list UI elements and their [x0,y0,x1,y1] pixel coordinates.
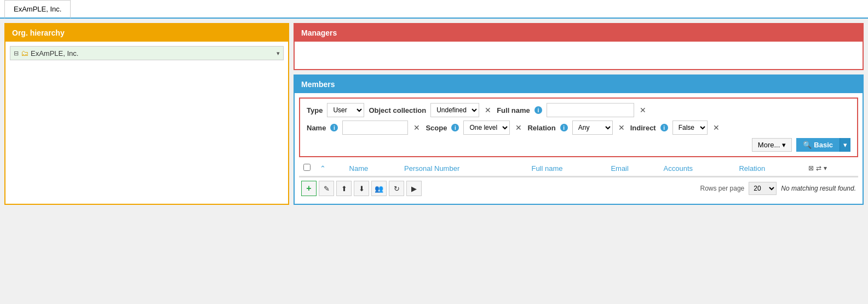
relation-select[interactable]: Any Direct Indirect [572,121,613,135]
add-button[interactable]: + [301,181,317,196]
sort-up-icon[interactable]: ⌃ [320,164,326,173]
managers-body [295,42,863,69]
col-more-icon[interactable]: ▾ [824,164,827,172]
th-name-label: Name [349,164,369,173]
members-table-wrapper: ⌃ Name Personal Number Full name [299,160,858,177]
full-name-input[interactable] [547,103,634,117]
org-hierarchy-body: ⊟ 🗂 ExAmPLE, Inc. ▾ [5,42,288,65]
th-personal-number: Personal Number [400,160,527,176]
indirect-info-icon[interactable]: i [660,124,668,131]
th-email: Email [606,160,659,176]
relation-clear-btn[interactable]: ✕ [617,123,626,132]
managers-section: Managers [294,23,864,70]
left-panel: Org. hierarchy ⊟ 🗂 ExAmPLE, Inc. ▾ [4,23,289,205]
object-collection-clear-btn[interactable]: ✕ [484,106,492,114]
members-header: Members [295,76,863,93]
rows-per-page-label: Rows per page [700,185,745,192]
th-accounts-label: Accounts [664,164,693,173]
search-dropdown-button[interactable]: ▾ [840,138,850,152]
object-collection-label: Object collection [369,106,426,114]
tree-arrow-icon[interactable]: ▾ [277,50,280,57]
type-label: Type [307,106,323,114]
filter-actions: More... ▾ 🔍 Basic ▾ [307,138,850,152]
th-relation: Relation [734,160,803,176]
th-checkbox [299,160,315,176]
full-name-clear-btn[interactable]: ✕ [639,106,647,114]
name-input[interactable] [342,121,408,135]
full-name-label: Full name [497,106,530,114]
scope-info-icon[interactable]: i [451,124,459,131]
scope-select[interactable]: One level All levels [463,121,510,135]
th-accounts: Accounts [659,160,735,176]
tree-row-left: ⊟ 🗂 ExAmPLE, Inc. [14,49,78,58]
download-button[interactable]: ⬇ [354,181,369,196]
th-full-name: Full name [527,160,606,176]
filter-row-2: Name i ✕ Scope i One level All levels ✕ … [307,121,850,135]
search-label: Basic [814,141,833,149]
more-button[interactable]: More... ▾ [752,138,792,152]
rows-per-page-select[interactable]: 5 10 20 50 100 [749,182,777,195]
play-button[interactable]: ▶ [406,181,422,196]
indirect-select[interactable]: False True [672,121,708,135]
tree-node-label: ExAmPLE, Inc. [31,49,78,58]
name-clear-btn[interactable]: ✕ [412,123,421,132]
folder-icon: 🗂 [21,49,28,58]
more-label: More... [758,141,780,149]
th-sort: ⌃ [315,160,345,176]
col-filter-icon[interactable]: ⊠ [808,164,814,172]
managers-header: Managers [295,24,863,42]
table-toolbar: + ✎ ⬆ ⬇ 👥 ↻ ▶ Rows per page 5 10 20 [299,177,858,199]
scope-label: Scope [426,124,447,132]
table-header-row: ⌃ Name Personal Number Full name [299,160,858,176]
tree-row: ⊟ 🗂 ExAmPLE, Inc. ▾ [10,46,284,60]
th-name[interactable]: Name [345,160,400,176]
filter-container: Type User Role Group Object collection U… [299,97,858,157]
indirect-label: Indirect [630,124,656,132]
tab-example-inc[interactable]: ExAmPLE, Inc. [4,0,71,19]
tab-bar: ExAmPLE, Inc. [0,0,868,19]
th-personal-number-label: Personal Number [404,164,459,173]
collapse-icon[interactable]: ⊟ [14,50,19,57]
members-section: Members Type User Role Group Object coll… [294,74,864,205]
object-collection-select[interactable]: Undefined All [430,103,479,117]
group-button[interactable]: 👥 [371,181,387,196]
right-panel: Managers Members Type User Role Group [294,23,864,205]
org-hierarchy-header: Org. hierarchy [5,24,288,42]
toolbar-right: Rows per page 5 10 20 50 100 No matching… [700,182,856,195]
th-email-label: Email [611,164,629,173]
more-chevron-icon: ▾ [782,141,786,149]
search-btn-group: 🔍 Basic ▾ [796,138,850,152]
col-icon-group: ⊠ ⇄ ▾ [808,164,854,172]
full-name-info-icon[interactable]: i [534,106,542,114]
indirect-clear-btn[interactable]: ✕ [712,123,721,132]
name-label: Name [307,124,326,132]
upload-button[interactable]: ⬆ [336,181,352,196]
col-swap-icon[interactable]: ⇄ [816,164,821,172]
th-full-name-label: Full name [531,164,562,173]
filter-row-1: Type User Role Group Object collection U… [307,103,850,117]
relation-label: Relation [527,124,555,132]
th-col-actions: ⊠ ⇄ ▾ [804,160,858,176]
no-result-label: No matching result found. [781,185,856,192]
type-select[interactable]: User Role Group [327,103,364,117]
search-dropdown-icon: ▾ [843,141,847,149]
th-relation-label: Relation [739,164,765,173]
members-body: Type User Role Group Object collection U… [295,93,863,204]
refresh-button[interactable]: ↻ [389,181,404,196]
toolbar-left: + ✎ ⬆ ⬇ 👥 ↻ ▶ [301,181,422,196]
name-info-icon[interactable]: i [330,124,338,131]
main-content: Org. hierarchy ⊟ 🗂 ExAmPLE, Inc. ▾ Manag… [0,19,868,209]
edit-button[interactable]: ✎ [319,181,334,196]
select-all-checkbox[interactable] [303,164,311,171]
scope-clear-btn[interactable]: ✕ [514,123,523,132]
search-button[interactable]: 🔍 Basic [796,138,840,152]
members-table: ⌃ Name Personal Number Full name [299,160,858,177]
search-icon: 🔍 [803,141,812,149]
relation-info-icon[interactable]: i [560,124,568,131]
